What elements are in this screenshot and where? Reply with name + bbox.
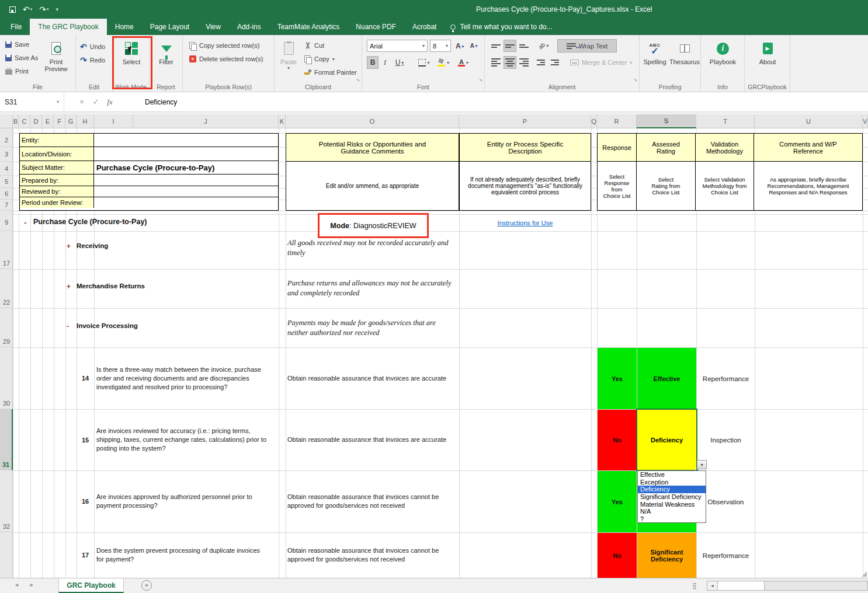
tab-home[interactable]: Home: [107, 19, 142, 35]
col-header-T[interactable]: T: [696, 114, 755, 128]
italic-button[interactable]: I: [380, 56, 390, 69]
redo-icon[interactable]: ↷▾: [39, 5, 48, 14]
col-header-B[interactable]: B: [13, 114, 19, 128]
section-collapse-marker[interactable]: -: [24, 218, 26, 227]
playbook-button[interactable]: i Playbook: [707, 36, 739, 65]
dropdown-option-material-weakness[interactable]: Material Weakness: [638, 500, 706, 508]
col-header-J[interactable]: J: [133, 114, 279, 128]
customize-qat-icon[interactable]: ▾: [56, 6, 59, 12]
subject-matter-value[interactable]: Purchase Cycle (Procure-to-Pay): [94, 161, 278, 174]
align-middle-button[interactable]: [504, 40, 516, 52]
align-bottom-button[interactable]: [518, 40, 530, 52]
scrollbar-grip[interactable]: [693, 582, 696, 589]
selected-cell-S31[interactable]: Deficiency: [636, 409, 697, 471]
dropdown-option-significant-deficiency[interactable]: Significant Deficiency: [638, 493, 706, 501]
formula-input[interactable]: Deficiency: [145, 92, 177, 111]
row-header-4[interactable]: 4: [0, 162, 13, 176]
underline-button[interactable]: U▾: [391, 56, 408, 69]
align-right-button[interactable]: [518, 56, 530, 69]
select-button[interactable]: Select: [117, 36, 145, 65]
row-header-22[interactable]: 22: [0, 269, 13, 308]
about-button[interactable]: ▶ About: [752, 36, 783, 65]
prepared-by-value-cell[interactable]: [94, 175, 278, 186]
row-header-5[interactable]: 5: [0, 176, 13, 188]
question-text[interactable]: Are invoices reviewed for accuracy (i.e.…: [96, 409, 267, 470]
name-box-caret-icon[interactable]: ▾: [57, 99, 59, 104]
align-top-button[interactable]: [489, 40, 502, 52]
alignment-dialog-launcher[interactable]: ↘: [633, 77, 637, 82]
col-header-E[interactable]: E: [42, 114, 54, 128]
font-size-combo[interactable]: 8▾: [430, 40, 451, 52]
instructions-link[interactable]: Instructions for Use: [498, 219, 553, 226]
filter-button[interactable]: Filter: [153, 36, 179, 65]
rating-cell-effective[interactable]: Effective: [637, 348, 696, 409]
col-header-G[interactable]: G: [65, 114, 77, 128]
copy-rows-button[interactable]: Copy selected row(s): [188, 40, 261, 51]
location-value-cell[interactable]: [94, 147, 278, 161]
undo-icon[interactable]: ↶▾: [23, 5, 32, 14]
font-color-button[interactable]: A▾: [454, 56, 472, 69]
question-text[interactable]: Does the system prevent processing of du…: [96, 532, 267, 578]
thesaurus-button[interactable]: Thesaurus: [669, 36, 700, 65]
col-header-D[interactable]: D: [30, 114, 42, 128]
tab-acrobat[interactable]: Acrobat: [404, 19, 445, 35]
row-header-30[interactable]: 30: [0, 347, 13, 409]
tab-page-layout[interactable]: Page Layout: [142, 19, 197, 35]
tab-nuance-pdf[interactable]: Nuance PDF: [348, 19, 404, 35]
select-all-corner[interactable]: [0, 114, 13, 128]
scrollbar-thumb[interactable]: [718, 581, 765, 590]
dropdown-option-na[interactable]: N/A: [638, 508, 706, 515]
methodology-cell[interactable]: Reperformance: [697, 348, 755, 409]
row-header-6[interactable]: 6: [0, 188, 13, 200]
col-header-P[interactable]: P: [459, 114, 591, 128]
entity-value-cell[interactable]: [94, 134, 278, 146]
guidance-text[interactable]: Obtain reasonable assurance that invoice…: [287, 470, 456, 532]
sheet-tab-grc-playbook[interactable]: GRC Playbook: [58, 578, 124, 593]
expand-receiving-icon[interactable]: +: [67, 242, 71, 250]
col-header-Q[interactable]: Q: [591, 114, 597, 128]
row-header-32[interactable]: 32: [0, 470, 13, 532]
align-center-button[interactable]: [504, 56, 516, 69]
guidance-text[interactable]: Obtain reasonable assurance that invoice…: [287, 409, 456, 470]
undo-button[interactable]: ↶Undo: [78, 41, 107, 53]
row-header-17[interactable]: 17: [0, 231, 13, 269]
dropdown-option-effective[interactable]: Effective: [638, 471, 706, 479]
guidance-text[interactable]: Obtain reasonable assurance that invoice…: [287, 347, 456, 409]
tab-add-ins[interactable]: Add-ins: [229, 19, 269, 35]
row-header-3[interactable]: 3: [0, 147, 13, 162]
cancel-icon[interactable]: ×: [75, 92, 89, 111]
quick-save-icon[interactable]: [9, 6, 16, 13]
wrap-text-button[interactable]: ↩ Wrap Text: [557, 39, 617, 53]
tell-me-box[interactable]: Tell me what you want to do...: [450, 19, 552, 35]
reviewed-by-value-cell[interactable]: [94, 186, 278, 197]
col-header-F[interactable]: F: [54, 114, 65, 128]
print-button[interactable]: Print: [4, 65, 30, 77]
rating-cell-deficiency[interactable]: Deficiency: [637, 410, 696, 470]
row-header-7[interactable]: 7: [0, 200, 13, 211]
insert-function-icon[interactable]: fx: [103, 92, 117, 111]
response-cell-yes[interactable]: Yes: [598, 471, 637, 532]
align-left-button[interactable]: [489, 56, 502, 69]
clipboard-dialog-launcher[interactable]: ↘: [356, 77, 360, 82]
guidance-text[interactable]: Obtain reasonable assurance that invoice…: [287, 532, 456, 578]
save-as-button[interactable]: Save As: [4, 52, 40, 64]
font-dialog-launcher[interactable]: ↘: [478, 77, 482, 82]
col-header-O[interactable]: O: [286, 114, 459, 128]
row-header-2[interactable]: 2: [0, 133, 13, 147]
row-header-9[interactable]: 9: [0, 214, 13, 231]
scroll-left-icon[interactable]: ◄: [707, 581, 718, 590]
dropdown-option-deficiency-selected[interactable]: Deficiency: [638, 486, 706, 493]
response-cell-no[interactable]: No: [598, 533, 637, 578]
question-text[interactable]: Are invoices approved by authorized pers…: [96, 470, 267, 532]
copy-button[interactable]: Copy▾: [303, 53, 336, 65]
save-button[interactable]: Save: [4, 39, 31, 50]
prev-sheet-icon[interactable]: ◄: [14, 582, 19, 588]
decrease-indent-button[interactable]: [535, 56, 548, 69]
col-header-I[interactable]: I: [94, 114, 133, 128]
expand-merchandise-returns-icon[interactable]: +: [67, 282, 71, 291]
tab-file[interactable]: File: [2, 19, 30, 35]
row-header-31-selected[interactable]: 31: [0, 409, 13, 470]
dropdown-arrow-button[interactable]: ▾: [697, 460, 707, 469]
col-header-K[interactable]: K: [279, 114, 286, 128]
rating-cell-significant-deficiency[interactable]: Significant Deficiency: [637, 533, 696, 578]
